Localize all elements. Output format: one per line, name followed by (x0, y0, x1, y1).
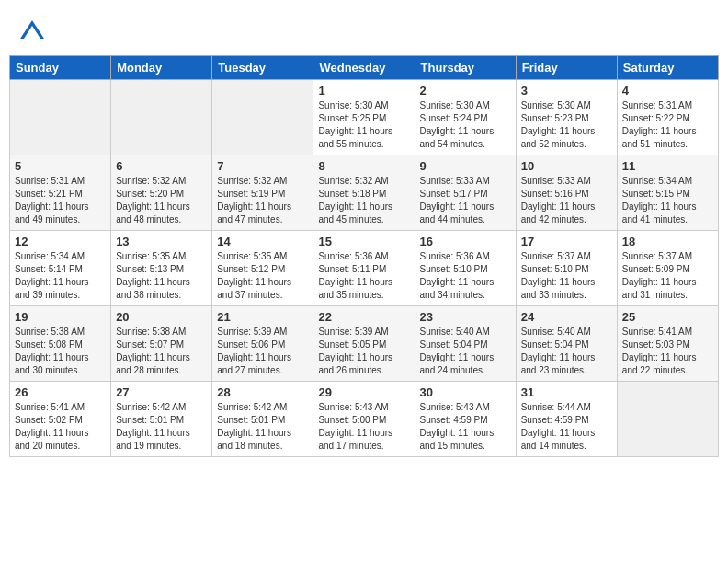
day-number: 21 (217, 310, 308, 324)
calendar-cell: 3Sunrise: 5:30 AM Sunset: 5:23 PM Daylig… (516, 80, 617, 155)
day-number: 31 (521, 385, 612, 399)
day-info: Sunrise: 5:37 AM Sunset: 5:10 PM Dayligh… (521, 250, 612, 302)
calendar-cell (617, 382, 718, 457)
logo-icon (18, 17, 46, 44)
calendar-cell: 15Sunrise: 5:36 AM Sunset: 5:11 PM Dayli… (313, 231, 415, 306)
calendar-cell: 29Sunrise: 5:43 AM Sunset: 5:00 PM Dayli… (313, 382, 415, 457)
day-number: 16 (420, 235, 511, 248)
calendar-cell: 19Sunrise: 5:38 AM Sunset: 5:08 PM Dayli… (10, 306, 111, 382)
day-number: 14 (217, 235, 308, 248)
day-number: 5 (15, 159, 106, 173)
calendar-cell (212, 80, 313, 155)
day-info: Sunrise: 5:35 AM Sunset: 5:12 PM Dayligh… (217, 250, 308, 302)
day-info: Sunrise: 5:33 AM Sunset: 5:16 PM Dayligh… (521, 175, 612, 226)
day-info: Sunrise: 5:30 AM Sunset: 5:25 PM Dayligh… (318, 99, 409, 151)
day-info: Sunrise: 5:38 AM Sunset: 5:08 PM Dayligh… (15, 326, 106, 377)
calendar-week-0: 1Sunrise: 5:30 AM Sunset: 5:25 PM Daylig… (10, 80, 719, 155)
day-info: Sunrise: 5:44 AM Sunset: 4:59 PM Dayligh… (521, 401, 612, 453)
day-number: 27 (116, 385, 207, 399)
day-number: 18 (622, 235, 713, 248)
day-info: Sunrise: 5:43 AM Sunset: 4:59 PM Dayligh… (420, 401, 511, 453)
calendar-cell (10, 80, 111, 155)
day-info: Sunrise: 5:36 AM Sunset: 5:11 PM Dayligh… (318, 250, 409, 302)
day-info: Sunrise: 5:37 AM Sunset: 5:09 PM Dayligh… (622, 250, 713, 302)
calendar-body: 1Sunrise: 5:30 AM Sunset: 5:25 PM Daylig… (10, 80, 719, 457)
calendar-cell: 14Sunrise: 5:35 AM Sunset: 5:12 PM Dayli… (212, 231, 313, 306)
day-info: Sunrise: 5:34 AM Sunset: 5:14 PM Dayligh… (15, 250, 106, 302)
day-number: 25 (622, 310, 713, 324)
calendar-cell: 30Sunrise: 5:43 AM Sunset: 4:59 PM Dayli… (415, 382, 516, 457)
day-number: 17 (521, 235, 612, 248)
day-info: Sunrise: 5:31 AM Sunset: 5:21 PM Dayligh… (15, 175, 106, 226)
calendar-cell: 22Sunrise: 5:39 AM Sunset: 5:05 PM Dayli… (313, 306, 415, 382)
calendar-week-3: 19Sunrise: 5:38 AM Sunset: 5:08 PM Dayli… (10, 306, 719, 382)
calendar-cell: 26Sunrise: 5:41 AM Sunset: 5:02 PM Dayli… (10, 382, 111, 457)
day-info: Sunrise: 5:42 AM Sunset: 5:01 PM Dayligh… (217, 401, 308, 453)
calendar-cell: 10Sunrise: 5:33 AM Sunset: 5:16 PM Dayli… (516, 155, 617, 231)
day-number: 7 (217, 159, 308, 173)
day-number: 1 (318, 84, 409, 98)
day-info: Sunrise: 5:40 AM Sunset: 5:04 PM Dayligh… (521, 326, 612, 377)
day-number: 19 (15, 310, 106, 324)
day-number: 30 (420, 385, 511, 399)
day-number: 8 (318, 159, 409, 173)
calendar-cell: 9Sunrise: 5:33 AM Sunset: 5:17 PM Daylig… (415, 155, 516, 231)
calendar-cell: 4Sunrise: 5:31 AM Sunset: 5:22 PM Daylig… (617, 80, 718, 155)
calendar-cell: 13Sunrise: 5:35 AM Sunset: 5:13 PM Dayli… (111, 231, 212, 306)
day-number: 28 (217, 385, 308, 399)
calendar-cell: 16Sunrise: 5:36 AM Sunset: 5:10 PM Dayli… (415, 231, 516, 306)
day-info: Sunrise: 5:39 AM Sunset: 5:06 PM Dayligh… (217, 326, 308, 377)
calendar-week-2: 12Sunrise: 5:34 AM Sunset: 5:14 PM Dayli… (10, 231, 719, 306)
day-number: 2 (420, 84, 511, 98)
calendar-cell: 11Sunrise: 5:34 AM Sunset: 5:15 PM Dayli… (617, 155, 718, 231)
calendar-week-1: 5Sunrise: 5:31 AM Sunset: 5:21 PM Daylig… (10, 155, 719, 231)
calendar-header-wednesday: Wednesday (313, 56, 415, 80)
calendar-cell: 24Sunrise: 5:40 AM Sunset: 5:04 PM Dayli… (516, 306, 617, 382)
calendar-cell: 6Sunrise: 5:32 AM Sunset: 5:20 PM Daylig… (111, 155, 212, 231)
day-number: 29 (318, 385, 409, 399)
calendar-header-monday: Monday (111, 56, 212, 80)
day-number: 3 (521, 84, 612, 98)
day-number: 6 (116, 159, 207, 173)
calendar-cell: 27Sunrise: 5:42 AM Sunset: 5:01 PM Dayli… (111, 382, 212, 457)
day-info: Sunrise: 5:41 AM Sunset: 5:02 PM Dayligh… (15, 401, 106, 453)
day-number: 10 (521, 159, 612, 173)
day-number: 23 (420, 310, 511, 324)
calendar-header-saturday: Saturday (617, 56, 718, 80)
day-info: Sunrise: 5:40 AM Sunset: 5:04 PM Dayligh… (420, 326, 511, 377)
calendar-cell (111, 80, 212, 155)
calendar: SundayMondayTuesdayWednesdayThursdayFrid… (9, 55, 719, 457)
day-number: 20 (116, 310, 207, 324)
calendar-cell: 25Sunrise: 5:41 AM Sunset: 5:03 PM Dayli… (617, 306, 718, 382)
calendar-cell: 28Sunrise: 5:42 AM Sunset: 5:01 PM Dayli… (212, 382, 313, 457)
day-info: Sunrise: 5:35 AM Sunset: 5:13 PM Dayligh… (116, 250, 207, 302)
day-number: 22 (318, 310, 409, 324)
calendar-week-4: 26Sunrise: 5:41 AM Sunset: 5:02 PM Dayli… (10, 382, 719, 457)
day-number: 26 (15, 385, 106, 399)
day-info: Sunrise: 5:32 AM Sunset: 5:18 PM Dayligh… (318, 175, 409, 226)
day-info: Sunrise: 5:38 AM Sunset: 5:07 PM Dayligh… (116, 326, 207, 377)
calendar-cell: 7Sunrise: 5:32 AM Sunset: 5:19 PM Daylig… (212, 155, 313, 231)
day-number: 11 (622, 159, 713, 173)
calendar-cell: 5Sunrise: 5:31 AM Sunset: 5:21 PM Daylig… (10, 155, 111, 231)
day-info: Sunrise: 5:43 AM Sunset: 5:00 PM Dayligh… (318, 401, 409, 453)
day-number: 15 (318, 235, 409, 248)
calendar-header-friday: Friday (516, 56, 617, 80)
day-info: Sunrise: 5:41 AM Sunset: 5:03 PM Dayligh… (622, 326, 713, 377)
day-number: 4 (622, 84, 713, 98)
day-info: Sunrise: 5:34 AM Sunset: 5:15 PM Dayligh… (622, 175, 713, 226)
calendar-cell: 1Sunrise: 5:30 AM Sunset: 5:25 PM Daylig… (313, 80, 415, 155)
day-info: Sunrise: 5:32 AM Sunset: 5:19 PM Dayligh… (217, 175, 308, 226)
day-info: Sunrise: 5:32 AM Sunset: 5:20 PM Dayligh… (116, 175, 207, 226)
day-info: Sunrise: 5:33 AM Sunset: 5:17 PM Dayligh… (420, 175, 511, 226)
day-number: 12 (15, 235, 106, 248)
day-info: Sunrise: 5:42 AM Sunset: 5:01 PM Dayligh… (116, 401, 207, 453)
calendar-cell: 31Sunrise: 5:44 AM Sunset: 4:59 PM Dayli… (516, 382, 617, 457)
day-number: 9 (420, 159, 511, 173)
calendar-cell: 2Sunrise: 5:30 AM Sunset: 5:24 PM Daylig… (415, 80, 516, 155)
calendar-cell: 21Sunrise: 5:39 AM Sunset: 5:06 PM Dayli… (212, 306, 313, 382)
calendar-cell: 8Sunrise: 5:32 AM Sunset: 5:18 PM Daylig… (313, 155, 415, 231)
calendar-header-thursday: Thursday (415, 56, 516, 80)
calendar-cell: 17Sunrise: 5:37 AM Sunset: 5:10 PM Dayli… (516, 231, 617, 306)
day-info: Sunrise: 5:36 AM Sunset: 5:10 PM Dayligh… (420, 250, 511, 302)
